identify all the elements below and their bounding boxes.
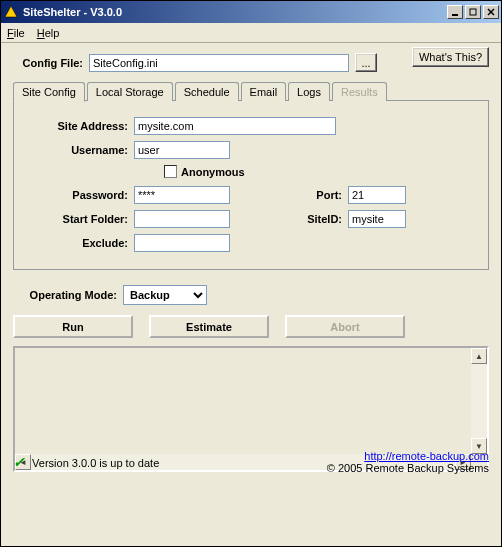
anonymous-checkbox[interactable] bbox=[164, 165, 177, 178]
anonymous-label: Anonymous bbox=[181, 166, 245, 178]
titlebar: SiteShelter - V3.0.0 bbox=[1, 1, 501, 23]
tab-logs[interactable]: Logs bbox=[288, 82, 330, 101]
site-address-label: Site Address: bbox=[24, 120, 134, 132]
config-file-label: Config File: bbox=[13, 57, 89, 69]
tab-site-config[interactable]: Site Config bbox=[13, 82, 85, 102]
menubar: File Help bbox=[1, 23, 501, 43]
run-button[interactable]: Run bbox=[13, 315, 133, 338]
svg-rect-1 bbox=[452, 14, 458, 16]
operating-mode-select[interactable]: Backup bbox=[123, 285, 207, 305]
site-config-panel: Site Address: Username: Anonymous Passwo… bbox=[13, 100, 489, 270]
app-window: SiteShelter - V3.0.0 File Help What's Th… bbox=[0, 0, 502, 547]
estimate-button[interactable]: Estimate bbox=[149, 315, 269, 338]
version-status: ✓ Version 3.0.0 is up to date bbox=[13, 454, 159, 470]
siteid-label: SiteID: bbox=[230, 213, 348, 225]
copyright-text: © 2005 Remote Backup Systems bbox=[327, 462, 489, 474]
exclude-label: Exclude: bbox=[24, 237, 134, 249]
window-title: SiteShelter - V3.0.0 bbox=[23, 6, 447, 18]
site-address-input[interactable] bbox=[134, 117, 336, 135]
website-link[interactable]: http://remote-backup.com bbox=[364, 450, 489, 462]
password-input[interactable] bbox=[134, 186, 230, 204]
start-folder-label: Start Folder: bbox=[24, 213, 134, 225]
abort-button: Abort bbox=[285, 315, 405, 338]
port-label: Port: bbox=[230, 189, 348, 201]
app-icon bbox=[3, 4, 19, 20]
vertical-scrollbar[interactable]: ▲ ▼ bbox=[471, 348, 487, 454]
close-button[interactable] bbox=[483, 5, 499, 19]
action-buttons: Run Estimate Abort bbox=[13, 315, 489, 338]
port-input[interactable] bbox=[348, 186, 406, 204]
scroll-up-icon[interactable]: ▲ bbox=[471, 348, 487, 364]
tab-schedule[interactable]: Schedule bbox=[175, 82, 239, 101]
tab-email[interactable]: Email bbox=[241, 82, 287, 101]
siteid-input[interactable] bbox=[348, 210, 406, 228]
svg-marker-0 bbox=[5, 6, 17, 17]
menu-file[interactable]: File bbox=[7, 27, 25, 39]
tab-local-storage[interactable]: Local Storage bbox=[87, 82, 173, 101]
password-label: Password: bbox=[24, 189, 134, 201]
username-input[interactable] bbox=[134, 141, 230, 159]
check-icon: ✓ bbox=[13, 454, 25, 470]
footer: ✓ Version 3.0.0 is up to date http://rem… bbox=[13, 444, 489, 474]
config-file-input[interactable] bbox=[89, 54, 349, 72]
tab-results: Results bbox=[332, 82, 387, 101]
minimize-button[interactable] bbox=[447, 5, 463, 19]
operating-mode-label: Operating Mode: bbox=[13, 289, 123, 301]
tab-strip: Site Config Local Storage Schedule Email… bbox=[13, 82, 489, 101]
config-browse-button[interactable]: ... bbox=[355, 53, 377, 72]
username-label: Username: bbox=[24, 144, 134, 156]
maximize-button[interactable] bbox=[465, 5, 481, 19]
whats-this-button[interactable]: What's This? bbox=[412, 47, 489, 67]
exclude-input[interactable] bbox=[134, 234, 230, 252]
svg-rect-2 bbox=[470, 9, 476, 15]
content-area: What's This? Config File: ... Site Confi… bbox=[1, 43, 501, 480]
start-folder-input[interactable] bbox=[134, 210, 230, 228]
menu-help[interactable]: Help bbox=[37, 27, 60, 39]
